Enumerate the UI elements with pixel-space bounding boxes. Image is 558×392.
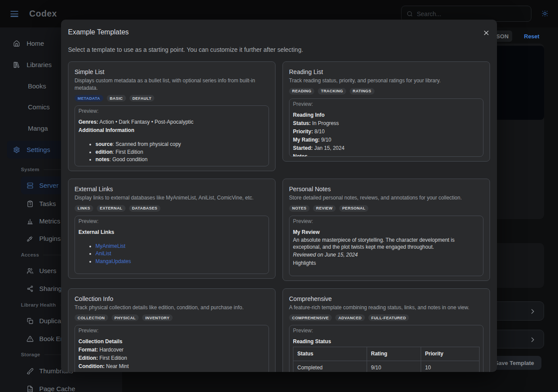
svg-text:PDF: PDF — [28, 389, 32, 391]
